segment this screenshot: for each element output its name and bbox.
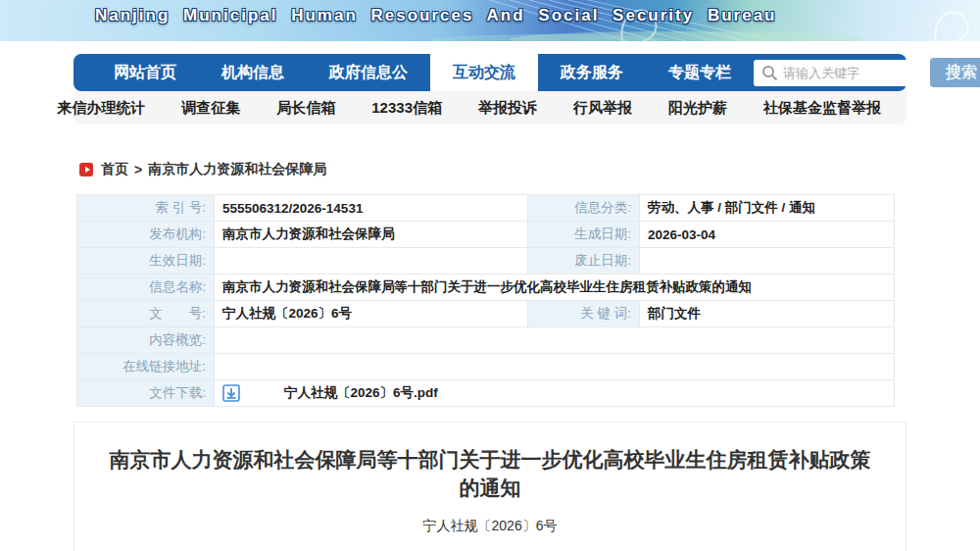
info-name-label: 信息名称: — [77, 275, 215, 301]
top-banner: Nanjing Municipal Human Resources And So… — [0, 0, 980, 41]
index-number-value: 555506312/2026-14531 — [215, 195, 528, 222]
submenu-12333-mailbox[interactable]: 12333信箱 — [371, 99, 442, 118]
submenu-sunshine-pay[interactable]: 阳光护薪 — [668, 99, 727, 118]
submenu-report-complaint[interactable]: 举报投诉 — [478, 99, 537, 118]
nav-item-org-info[interactable]: 机构信息 — [199, 54, 307, 91]
generated-date-value: 2026-03-04 — [640, 222, 895, 248]
nav-item-special-topics[interactable]: 专题专栏 — [646, 54, 754, 91]
summary-value — [215, 327, 895, 354]
search-input[interactable] — [754, 60, 922, 86]
summary-label: 内容概览: — [77, 327, 215, 354]
pdf-download-link[interactable]: 宁人社规〔2026〕6号.pdf — [284, 384, 438, 402]
article-doc-number: 宁人社规〔2026〕6号 — [102, 518, 878, 535]
search-button[interactable]: 搜索 — [930, 58, 980, 87]
main-navbar: 网站首页 机构信息 政府信息公 互动交流 政务服务 专题专栏 搜索 — [74, 54, 906, 91]
breadcrumb-marker-icon — [79, 163, 93, 176]
submenu-surveys[interactable]: 调查征集 — [181, 99, 240, 118]
breadcrumb-current[interactable]: 南京市人力资源和社会保障局 — [148, 161, 326, 178]
document-meta-table: 索 引 号: 555506312/2026-14531 信息分类: 劳动、人事 … — [76, 194, 895, 407]
keyword-value: 部门文件 — [640, 301, 895, 327]
index-number-label: 索 引 号: — [77, 195, 215, 222]
nav-item-interaction-active[interactable]: 互动交流 — [430, 47, 538, 91]
breadcrumb-home-link[interactable]: 首页 — [101, 161, 128, 178]
nav-item-gov-info[interactable]: 政府信息公 — [307, 54, 430, 91]
site-title-english: Nanjing Municipal Human Resources And So… — [95, 6, 777, 25]
category-value: 劳动、人事 / 部门文件 / 通知 — [640, 195, 895, 222]
table-row: 信息名称: 南京市人力资源和社会保障局等十部门关于进一步优化高校毕业生住房租赁补… — [77, 275, 895, 301]
submenu-director-mailbox[interactable]: 局长信箱 — [276, 99, 335, 118]
nav-item-services[interactable]: 政务服务 — [538, 54, 646, 91]
article-content: 南京市人力资源和社会保障局等十部门关于进一步优化高校毕业生住房租赁补贴政策的通知… — [74, 422, 906, 551]
submenu-fund-supervision[interactable]: 社保基金监督举报 — [763, 99, 881, 118]
table-row: 文件下载: 宁人社规〔2026〕6号.pdf — [77, 380, 895, 407]
doc-number-value: 宁人社规〔2026〕6号 — [215, 301, 528, 327]
issuer-label: 发布机构: — [77, 222, 215, 248]
abolish-date-label: 废止日期: — [528, 248, 640, 275]
table-row: 在线链接地址: — [77, 354, 895, 380]
online-link-value — [215, 354, 895, 380]
issuer-value: 南京市人力资源和社会保障局 — [215, 222, 528, 248]
breadcrumb: 首页 > 南京市人力资源和社会保障局 — [74, 161, 906, 178]
abolish-date-value — [640, 248, 895, 275]
nav-item-home[interactable]: 网站首页 — [91, 54, 199, 91]
table-row: 发布机构: 南京市人力资源和社会保障局 生成日期: 2026-03-04 — [77, 222, 895, 248]
doc-number-label: 文 号: — [77, 301, 215, 327]
table-row: 文 号: 宁人社规〔2026〕6号 关 键 词: 部门文件 — [77, 301, 895, 327]
file-download-label: 文件下载: — [77, 380, 215, 407]
search-icon — [761, 65, 778, 81]
article-title: 南京市人力资源和社会保障局等十部门关于进一步优化高校毕业生住房租赁补贴政策的通知 — [102, 446, 878, 504]
category-label: 信息分类: — [528, 195, 640, 222]
info-name-value: 南京市人力资源和社会保障局等十部门关于进一步优化高校毕业生住房租赁补贴政策的通知 — [215, 275, 895, 301]
online-link-label: 在线链接地址: — [77, 354, 215, 380]
effective-date-value — [215, 248, 528, 275]
submenu-letter-stats[interactable]: 来信办理统计 — [57, 99, 145, 118]
generated-date-label: 生成日期: — [528, 222, 640, 248]
effective-date-label: 生效日期: — [77, 248, 215, 275]
sub-navbar: 来信办理统计 调查征集 局长信箱 12333信箱 举报投诉 行风举报 阳光护薪 … — [74, 91, 906, 125]
table-row: 索 引 号: 555506312/2026-14531 信息分类: 劳动、人事 … — [77, 195, 895, 222]
submenu-conduct-report[interactable]: 行风举报 — [573, 99, 632, 118]
download-icon[interactable] — [222, 384, 240, 402]
table-row: 内容概览: — [77, 327, 895, 354]
breadcrumb-separator: > — [134, 162, 142, 177]
keyword-label: 关 键 词: — [528, 301, 640, 327]
table-row: 生效日期: 废止日期: — [77, 248, 895, 275]
search-group: 搜索 — [754, 58, 980, 87]
